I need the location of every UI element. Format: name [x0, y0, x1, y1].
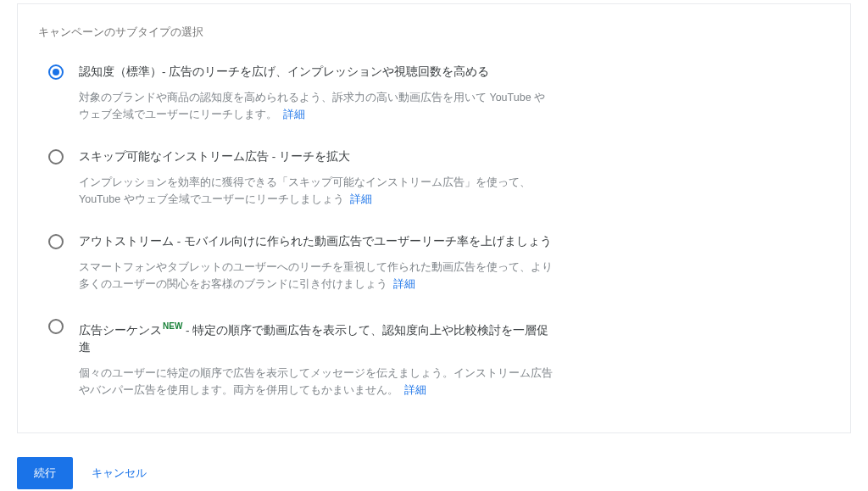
option-outstream[interactable]: アウトストリーム - モバイル向けに作られた動画広告でユーザーリーチ率を上げまし… [48, 233, 830, 293]
radio-skippable-instream[interactable] [48, 149, 64, 165]
option-ad-sequence[interactable]: 広告シーケンスNEW - 特定の順序で動画広告を表示して、認知度向上や比較検討を… [48, 318, 830, 399]
cancel-button[interactable]: キャンセル [92, 466, 147, 481]
option-desc: 対象のブランドや商品の認知度を高められるよう、訴求力の高い動画広告を用いて Yo… [79, 89, 554, 123]
option-desc-text: 対象のブランドや商品の認知度を高められるよう、訴求力の高い動画広告を用いて Yo… [79, 92, 545, 120]
option-body: 広告シーケンスNEW - 特定の順序で動画広告を表示して、認知度向上や比較検討を… [79, 318, 554, 399]
radio-awareness-standard[interactable] [48, 64, 64, 80]
option-desc-text: 個々のユーザーに特定の順序で広告を表示してメッセージを伝えましょう。インストリー… [79, 367, 553, 396]
option-title: 広告シーケンスNEW - 特定の順序で動画広告を表示して、認知度向上や比較検討を… [79, 318, 554, 356]
radio-outstream[interactable] [48, 234, 64, 249]
option-desc-text: インプレッションを効率的に獲得できる「スキップ可能なインストリーム広告」を使って… [79, 176, 531, 205]
option-title: 認知度（標準）- 広告のリーチを広げ、インプレッションや視聴回数を高める [79, 64, 554, 81]
new-badge: NEW [163, 321, 182, 331]
learn-more-link[interactable]: 詳細 [404, 384, 426, 396]
option-awareness-standard[interactable]: 認知度（標準）- 広告のリーチを広げ、インプレッションや視聴回数を高める 対象の… [48, 64, 830, 123]
option-title: スキップ可能なインストリーム広告 - リーチを拡大 [79, 148, 554, 165]
option-desc-text: スマートフォンやタブレットのユーザーへのリーチを重視して作られた動画広告を使って… [79, 261, 553, 290]
learn-more-link[interactable]: 詳細 [283, 109, 305, 120]
footer-actions: 続行 キャンセル [0, 450, 868, 492]
learn-more-link[interactable]: 詳細 [393, 278, 415, 290]
options-list: 認知度（標準）- 広告のリーチを広げ、インプレッションや視聴回数を高める 対象の… [38, 64, 830, 399]
option-body: スキップ可能なインストリーム広告 - リーチを拡大 インプレッションを効率的に獲… [79, 148, 554, 208]
continue-button[interactable]: 続行 [17, 457, 73, 489]
option-title-pre: 広告シーケンス [79, 324, 162, 337]
option-skippable-instream[interactable]: スキップ可能なインストリーム広告 - リーチを拡大 インプレッションを効率的に獲… [48, 148, 830, 208]
section-title: キャンペーンのサブタイプの選択 [38, 25, 830, 40]
option-desc: 個々のユーザーに特定の順序で広告を表示してメッセージを伝えましょう。インストリー… [79, 365, 554, 399]
option-body: 認知度（標準）- 広告のリーチを広げ、インプレッションや視聴回数を高める 対象の… [79, 64, 554, 123]
learn-more-link[interactable]: 詳細 [350, 193, 372, 205]
option-desc: インプレッションを効率的に獲得できる「スキップ可能なインストリーム広告」を使って… [79, 174, 554, 208]
option-desc: スマートフォンやタブレットのユーザーへのリーチを重視して作られた動画広告を使って… [79, 259, 554, 293]
radio-ad-sequence[interactable] [48, 319, 64, 334]
subtype-selection-card: キャンペーンのサブタイプの選択 認知度（標準）- 広告のリーチを広げ、インプレッ… [17, 3, 851, 433]
option-body: アウトストリーム - モバイル向けに作られた動画広告でユーザーリーチ率を上げまし… [79, 233, 554, 293]
option-title: アウトストリーム - モバイル向けに作られた動画広告でユーザーリーチ率を上げまし… [79, 233, 554, 250]
